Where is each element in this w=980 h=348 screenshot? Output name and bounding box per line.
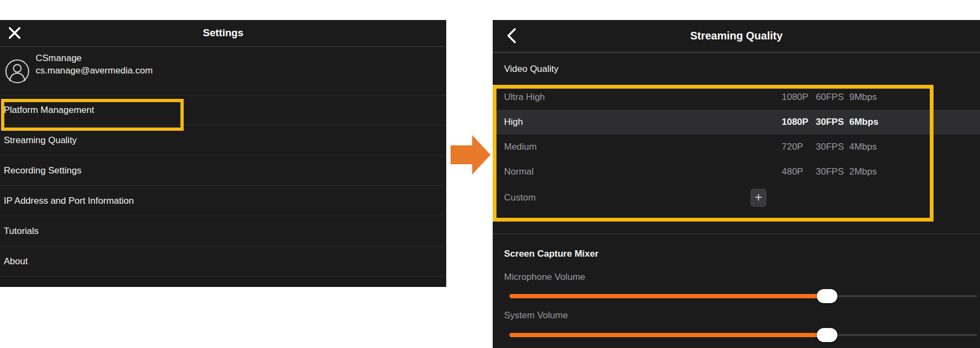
- microphone-volume-slider[interactable]: [509, 289, 977, 303]
- section-divider: [493, 233, 980, 235]
- settings-header: Settings: [0, 20, 446, 47]
- quality-fps: 30FPS: [816, 166, 844, 177]
- system-volume-label: System Volume: [504, 310, 568, 321]
- plus-icon: +: [755, 190, 762, 204]
- slider-fill: [509, 333, 827, 337]
- quality-options-list: Ultra High 1080P 60FPS 9Mbps High 1080P …: [493, 85, 980, 211]
- quality-row-normal[interactable]: Normal 480P 30FPS 2Mbps: [493, 159, 980, 184]
- account-row[interactable]: CSmanage cs.manage@avermedia.com: [0, 47, 446, 96]
- quality-bitrate: 9Mbps: [849, 92, 877, 103]
- menu-item-about[interactable]: About: [0, 246, 446, 277]
- avatar-icon: [5, 59, 30, 84]
- menu-item-platform-management[interactable]: Platform Management: [0, 95, 446, 125]
- settings-title: Settings: [0, 20, 446, 46]
- quality-fps: 30FPS: [816, 142, 844, 152]
- quality-label: High: [504, 117, 523, 128]
- add-custom-quality-button[interactable]: +: [750, 189, 767, 207]
- quality-row-high[interactable]: High 1080P 30FPS 6Mbps: [493, 110, 980, 135]
- quality-row-ultra-high[interactable]: Ultra High 1080P 60FPS 9Mbps: [493, 85, 980, 110]
- chevron-left-icon: [505, 36, 521, 45]
- menu-item-streaming-quality[interactable]: Streaming Quality: [0, 125, 446, 156]
- quality-fps: 60FPS: [816, 92, 844, 103]
- streaming-quality-header: Streaming Quality: [493, 20, 980, 53]
- settings-menu: Platform Management Streaming Quality Re…: [0, 95, 446, 277]
- quality-row-medium[interactable]: Medium 720P 30FPS 4Mbps: [493, 135, 980, 159]
- slider-fill: [509, 294, 827, 298]
- settings-panel: Settings CSmanage cs.manage@avermedia.co…: [0, 20, 446, 287]
- quality-bitrate: 4Mbps: [849, 142, 877, 152]
- account-email: cs.manage@avermedia.com: [36, 65, 153, 77]
- quality-resolution: 480P: [782, 166, 803, 177]
- quality-label: Medium: [504, 142, 536, 152]
- account-name: CSmanage: [36, 52, 82, 64]
- quality-resolution: 1080P: [782, 117, 808, 128]
- quality-bitrate: 6Mbps: [849, 117, 878, 128]
- right-arrow-icon: [451, 135, 491, 175]
- quality-resolution: 720P: [782, 142, 803, 152]
- menu-item-recording-settings[interactable]: Recording Settings: [0, 156, 446, 186]
- quality-label: Custom: [504, 192, 536, 203]
- streaming-quality-title: Streaming Quality: [493, 20, 980, 51]
- quality-label: Normal: [504, 166, 534, 177]
- video-quality-section-label: Video Quality: [504, 64, 559, 75]
- menu-item-tutorials[interactable]: Tutorials: [0, 216, 446, 246]
- slider-thumb[interactable]: [817, 328, 837, 342]
- quality-bitrate: 2Mbps: [849, 166, 877, 177]
- microphone-volume-label: Microphone Volume: [504, 272, 585, 283]
- back-button[interactable]: [505, 28, 521, 44]
- quality-fps: 30FPS: [816, 117, 844, 128]
- quality-resolution: 1080P: [782, 92, 808, 103]
- slider-thumb[interactable]: [817, 289, 837, 303]
- close-button[interactable]: [6, 25, 23, 41]
- streaming-quality-panel: Streaming Quality Video Quality Ultra Hi…: [493, 20, 980, 348]
- quality-row-custom[interactable]: Custom +: [493, 184, 980, 211]
- quality-label: Ultra High: [504, 92, 545, 103]
- menu-item-ip-address[interactable]: IP Address and Port Information: [0, 186, 446, 216]
- screen-capture-mixer-title: Screen Capture Mixer: [504, 249, 599, 259]
- close-icon: [6, 34, 23, 43]
- system-volume-slider[interactable]: [509, 328, 977, 342]
